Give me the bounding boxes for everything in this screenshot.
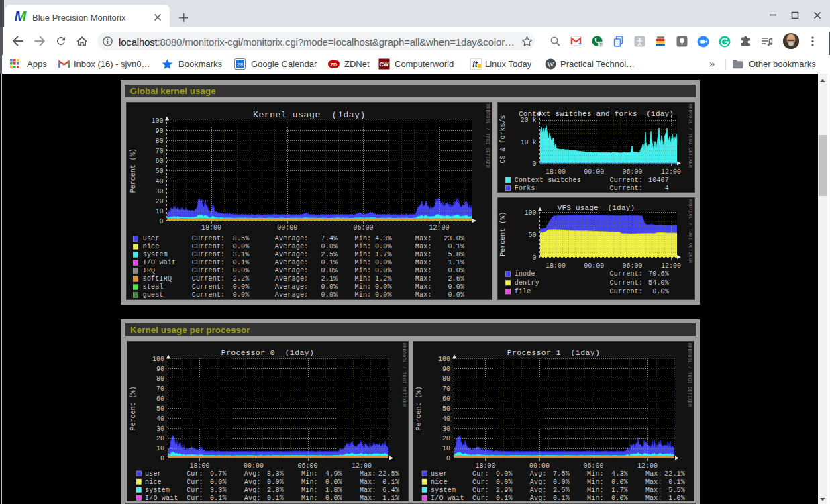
svg-text:3.1%: 3.1% [233,251,250,258]
svg-text:Percent (%): Percent (%) [129,148,137,193]
svg-text:Cur:: Cur: [187,470,203,477]
svg-text:50: 50 [442,405,450,412]
svg-text:Current:: Current: [192,291,225,299]
svg-text:dentry: dentry [515,279,539,287]
svg-text:Max:: Max: [415,251,432,258]
svg-text:3.3%: 3.3% [210,486,227,493]
svg-text:8.5%: 8.5% [233,235,250,242]
svg-text:6.4%: 6.4% [382,486,399,493]
svg-text:100: 100 [151,117,163,125]
svg-text:CW: CW [379,61,389,68]
svg-text:RRDTOOL / TOBI OETIKER: RRDTOOL / TOBI OETIKER [687,343,692,407]
svg-text:4.9%: 4.9% [325,470,342,477]
svg-text:10: 10 [155,208,163,215]
svg-text:0.0%: 0.0% [375,283,392,291]
svg-text:Min:: Min: [301,470,318,477]
svg-text:4.3%: 4.3% [611,470,628,477]
svg-text:lt: lt [472,60,478,69]
svg-text:Average:: Average: [275,235,309,242]
svg-text:0: 0 [446,455,450,462]
svg-text:40: 40 [156,415,164,422]
svg-text:50: 50 [156,405,164,412]
svg-text:18:00: 18:00 [546,262,566,270]
svg-text:1.8%: 1.8% [325,486,342,493]
svg-text:06:00: 06:00 [297,462,317,469]
svg-text:Cur:: Cur: [472,470,489,477]
svg-text:system: system [143,251,168,258]
svg-text:0.0%: 0.0% [233,283,250,291]
svg-text:guest: guest [143,291,164,299]
svg-text:Max:: Max: [415,267,432,274]
svg-text:0.0%: 0.0% [611,478,628,485]
svg-text:Avg:: Avg: [244,478,261,485]
svg-text:30: 30 [155,188,163,195]
svg-text:softIRQ: softIRQ [143,275,172,283]
svg-text:Max:: Max: [645,478,662,485]
svg-text:90: 90 [442,365,450,372]
svg-text:12:00: 12:00 [352,462,372,469]
svg-text:Max:: Max: [360,470,376,477]
svg-text:0.0%: 0.0% [325,478,342,485]
svg-text:9.0%: 9.0% [496,470,513,477]
svg-text:00:00: 00:00 [277,224,297,232]
svg-text:18:00: 18:00 [475,462,495,469]
svg-text:40: 40 [442,415,450,422]
svg-text:Max:: Max: [415,243,432,250]
svg-text:0.0%: 0.0% [375,291,392,299]
svg-text:Min:: Min: [587,494,604,501]
svg-text:Max:: Max: [645,486,662,493]
svg-text:0.0%: 0.0% [375,259,392,266]
svg-text:5.8%: 5.8% [448,251,464,258]
svg-text:0: 0 [533,254,537,262]
svg-text:user: user [145,470,162,477]
svg-text:1.0%: 1.0% [668,494,685,501]
svg-text:Cur:: Cur: [187,486,203,493]
svg-text:nice: nice [143,243,160,250]
svg-text:Max:: Max: [360,486,376,493]
svg-text:2.6%: 2.6% [448,275,464,283]
svg-text:user: user [431,470,448,477]
svg-text:0.0%: 0.0% [553,478,570,485]
svg-text:Avg:: Avg: [244,494,261,501]
svg-text:00:00: 00:00 [584,168,604,176]
svg-text:0.0%: 0.0% [375,267,392,274]
svg-text:Max:: Max: [645,494,662,501]
svg-text:20: 20 [155,198,163,205]
svg-text:Avg:: Avg: [530,486,547,493]
svg-text:0.0%: 0.0% [233,291,250,299]
svg-text:0.1%: 0.1% [267,494,284,501]
svg-text:22.1%: 22.1% [664,470,685,477]
svg-text:Min:: Min: [587,470,604,477]
svg-text:06:00: 06:00 [623,168,643,176]
svg-text:30: 30 [442,425,450,432]
svg-text:60: 60 [156,395,164,403]
svg-text:Current:: Current: [192,243,225,250]
svg-text:Min:: Min: [355,235,372,242]
svg-text:70: 70 [442,385,450,393]
svg-text:4: 4 [665,185,669,192]
svg-text:22.5%: 22.5% [378,470,399,477]
svg-text:7.5%: 7.5% [553,470,570,477]
svg-text:10: 10 [156,445,164,452]
svg-text:7.4%: 7.4% [321,235,338,242]
svg-text:Max:: Max: [415,259,432,266]
svg-text:0.1%: 0.1% [321,259,338,266]
svg-text:0: 0 [533,160,537,168]
svg-text:Min:: Min: [301,478,318,485]
svg-text:Current:: Current: [610,177,643,184]
svg-text:0.0%: 0.0% [321,243,338,250]
svg-text:0.0%: 0.0% [233,267,250,274]
svg-text:Current:: Current: [192,235,225,242]
svg-text:23.0%: 23.0% [444,235,464,242]
svg-text:Processor 0 (1day): Processor 0 (1day) [221,348,315,357]
svg-text:0.0%: 0.0% [375,243,392,250]
svg-text:Percent (%): Percent (%) [415,386,423,430]
svg-text:12:00: 12:00 [661,168,681,176]
svg-text:nice: nice [431,478,448,485]
svg-text:06:00: 06:00 [583,462,603,469]
svg-text:?: ? [599,42,603,48]
svg-text:2.1%: 2.1% [321,275,338,283]
svg-text:0.1%: 0.1% [382,478,399,485]
svg-text:Average:: Average: [275,267,309,274]
svg-text:20: 20 [156,435,164,442]
